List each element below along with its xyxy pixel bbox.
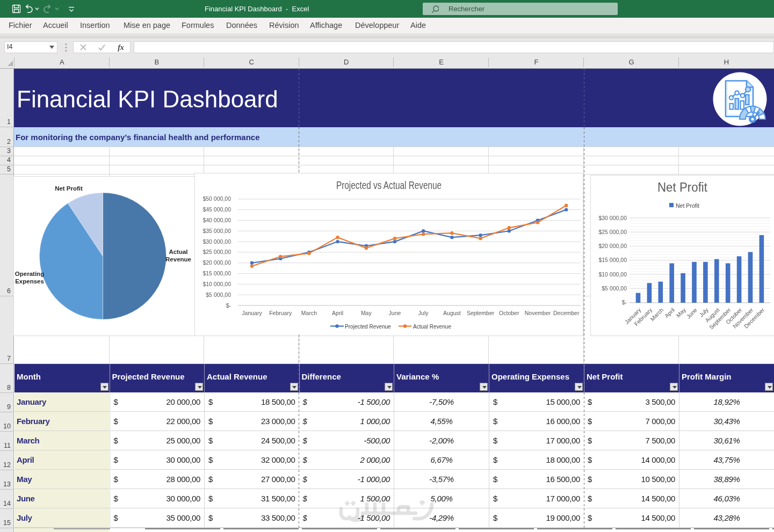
svg-text:$30 000,00: $30 000,00 <box>202 238 231 245</box>
svg-text:December: December <box>553 310 580 316</box>
svg-text:Actual: Actual <box>169 249 187 255</box>
svg-text:$35 000,00: $35 000,00 <box>202 228 231 234</box>
svg-text:$45 000,00: $45 000,00 <box>202 206 231 213</box>
svg-text:Net Profit: Net Profit <box>55 185 83 192</box>
svg-text:$20 000,00: $20 000,00 <box>598 243 627 249</box>
svg-text:$15 000,00: $15 000,00 <box>598 257 627 263</box>
svg-text:$10 000,00: $10 000,00 <box>202 281 231 287</box>
svg-text:$-: $- <box>622 299 627 305</box>
svg-text:$5 000,00: $5 000,00 <box>602 285 627 291</box>
svg-text:fx: fx <box>118 43 124 52</box>
svg-text:April: April <box>332 310 343 316</box>
svg-text:Net Profit: Net Profit <box>657 180 708 194</box>
svg-text:$30 000,00: $30 000,00 <box>598 215 627 221</box>
svg-text:Projected Revenue: Projected Revenue <box>345 323 391 330</box>
svg-text:Actual Revenue: Actual Revenue <box>413 323 451 330</box>
svg-text:$-: $- <box>226 302 232 309</box>
svg-text:Revenue: Revenue <box>165 256 191 263</box>
svg-text:$25 000,00: $25 000,00 <box>202 249 231 255</box>
svg-text:October: October <box>499 310 519 316</box>
svg-text:June: June <box>389 310 401 316</box>
svg-text:Net Profit: Net Profit <box>676 202 699 209</box>
svg-text:$20 000,00: $20 000,00 <box>202 259 231 266</box>
svg-text:March: March <box>301 310 317 316</box>
svg-text:January: January <box>242 310 262 316</box>
svg-text:$40 000,00: $40 000,00 <box>202 217 231 223</box>
svg-text:$50 000,00: $50 000,00 <box>202 195 231 202</box>
svg-text:Expenses: Expenses <box>15 278 44 285</box>
svg-text:$10 000,00: $10 000,00 <box>598 271 627 278</box>
svg-text:$25 000,00: $25 000,00 <box>598 229 627 235</box>
svg-text:$15 000,00: $15 000,00 <box>202 270 231 276</box>
svg-text:Operating: Operating <box>15 271 44 277</box>
svg-text:$5 000,00: $5 000,00 <box>206 291 231 298</box>
svg-text:July: July <box>418 310 429 316</box>
svg-text:May: May <box>361 310 372 316</box>
svg-text:September: September <box>467 310 495 316</box>
svg-text:August: August <box>443 310 461 316</box>
svg-text:February: February <box>269 310 292 316</box>
svg-text:Projected vs Actual Revenue: Projected vs Actual Revenue <box>336 179 442 191</box>
svg-text:November: November <box>525 310 551 316</box>
